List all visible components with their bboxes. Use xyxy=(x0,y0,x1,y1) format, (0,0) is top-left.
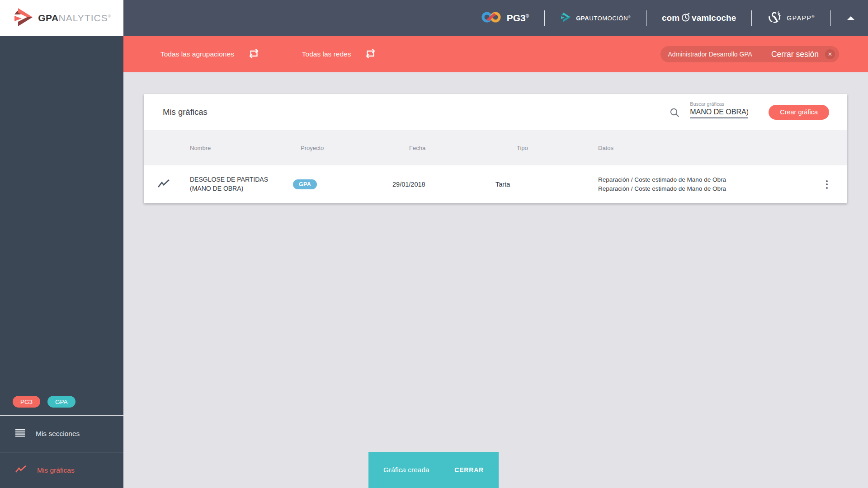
datos-line: Reparación / Coste estimado de Mano de O… xyxy=(598,184,726,193)
search-zone: Buscar gráficas MANO DE OBRA) Crear gráf… xyxy=(670,105,847,120)
table-header-tipo: Tipo xyxy=(495,130,598,165)
gpanalytics-arrow-icon xyxy=(12,7,33,29)
page-title: Mis gráficas xyxy=(163,107,208,117)
table-row[interactable]: DESGLOSE DE PARTIDAS (MANO DE OBRA) GPA … xyxy=(144,165,847,203)
table-header-cell xyxy=(144,130,190,165)
swap-icon[interactable] xyxy=(364,48,377,61)
sidebar-item-label: Mis gráficas xyxy=(37,466,75,474)
table-header-fecha: Fecha xyxy=(392,130,495,165)
filter-redes[interactable]: Todas las redes xyxy=(302,48,377,61)
sidebar-badge-pg3[interactable]: PG3 xyxy=(13,396,40,408)
row-type-cell xyxy=(144,165,190,203)
row-menu-icon[interactable] xyxy=(819,177,835,192)
topbar-divider xyxy=(751,10,752,26)
sidebar-item-mis-secciones[interactable]: Mis secciones xyxy=(0,416,123,452)
table-header-proyecto: Proyecto xyxy=(293,130,392,165)
pg3-infinity-icon xyxy=(481,11,502,25)
table-header-actions xyxy=(807,130,847,165)
gpautomocion-arrow-icon xyxy=(560,12,571,24)
chart-line-icon xyxy=(15,465,26,475)
swap-icon[interactable] xyxy=(248,48,260,61)
topbar-logo-gpapp[interactable]: GPAPP® xyxy=(767,10,815,26)
row-actions xyxy=(807,165,847,203)
clock-icon xyxy=(681,13,690,24)
card-header: Mis gráficas Buscar gráficas MANO DE OBR… xyxy=(144,94,847,130)
sidebar-item-label: Mis secciones xyxy=(36,430,80,438)
create-chart-button[interactable]: Crear gráfica xyxy=(769,105,829,120)
sidebar-item-mis-graficas[interactable]: Mis gráficas xyxy=(0,452,123,488)
logout-button[interactable]: Cerrar sesión xyxy=(771,50,819,59)
search-input[interactable]: MANO DE OBRA) xyxy=(690,108,748,118)
topbar-logo-gpautomocion[interactable]: GPAUTOMOCIÓN® xyxy=(560,12,631,24)
row-fecha: 29/01/2018 xyxy=(392,165,495,203)
search-field-label: Buscar gráficas xyxy=(690,101,748,107)
sidebar: PG3 GPA Mis secciones xyxy=(0,36,123,488)
menu-lines-icon xyxy=(15,429,25,439)
brand-logo[interactable]: GPANALYTICS® xyxy=(0,0,123,36)
table-header: Nombre Proyecto Fecha Tipo Datos xyxy=(144,130,847,165)
row-nombre: DESGLOSE DE PARTIDAS (MANO DE OBRA) xyxy=(190,165,293,203)
topbar-divider xyxy=(646,10,646,26)
filter-agrupaciones-label: Todas las agrupaciones xyxy=(160,50,234,58)
table-header-datos: Datos xyxy=(598,130,807,165)
sidebar-bottom: PG3 GPA Mis secciones xyxy=(0,388,123,488)
snackbar-message: Gráfica creada xyxy=(383,466,429,474)
wrench-circle-icon xyxy=(767,10,782,26)
filter-redes-label: Todas las redes xyxy=(302,50,351,58)
gpautomocion-label: GPAUTOMOCIÓN® xyxy=(576,15,631,22)
brand-wordmark: GPANALYTICS® xyxy=(38,13,111,23)
search-icon[interactable] xyxy=(670,108,680,120)
gpapp-label: GPAPP® xyxy=(787,14,815,22)
filter-bar: Todas las agrupaciones Todas las redes xyxy=(123,36,868,72)
datos-line: Reparación / Coste estimado de Mano de O… xyxy=(598,175,726,184)
user-session-pill: Administrador Desarrollo GPA Cerrar sesi… xyxy=(660,46,839,62)
pg3-label: PG3® xyxy=(507,13,529,23)
snackbar: Gráfica creada CERRAR xyxy=(368,452,499,488)
topbar-divider xyxy=(830,10,831,26)
search-input-value: MANO DE OBRA) xyxy=(690,108,748,116)
chart-line-icon xyxy=(158,179,170,190)
search-field: Buscar gráficas MANO DE OBRA) xyxy=(690,101,748,118)
comprovamicoche-prefix: com xyxy=(662,13,679,23)
sidebar-badges: PG3 GPA xyxy=(0,388,123,415)
close-session-icon[interactable]: ✕ xyxy=(825,49,835,59)
sidebar-badge-gpa[interactable]: GPA xyxy=(47,396,75,408)
snackbar-close-button[interactable]: CERRAR xyxy=(454,466,484,474)
graficas-card: Mis gráficas Buscar gráficas MANO DE OBR… xyxy=(144,94,847,203)
table-header-nombre: Nombre xyxy=(190,130,293,165)
filter-agrupaciones[interactable]: Todas las agrupaciones xyxy=(160,48,260,61)
row-proyecto: GPA xyxy=(293,165,392,203)
user-name-label: Administrador Desarrollo GPA xyxy=(668,51,752,58)
collapse-caret-icon[interactable] xyxy=(847,16,854,20)
topbar-divider xyxy=(544,10,545,26)
app-root: GPANALYTICS® PG3® xyxy=(0,0,868,488)
row-datos: Reparación / Coste estimado de Mano de O… xyxy=(598,165,807,203)
row-tipo: Tarta xyxy=(495,165,598,203)
topbar: PG3® GPAUTOMOCIÓN® com xyxy=(123,0,868,36)
main-content: Mis gráficas Buscar gráficas MANO DE OBR… xyxy=(123,72,868,488)
project-badge: GPA xyxy=(293,179,317,189)
comprovamicoche-suffix: vamicoche xyxy=(692,13,736,23)
topbar-logo-pg3[interactable]: PG3® xyxy=(481,11,529,25)
topbar-logo-comprovamicoche[interactable]: com vamicoche xyxy=(662,13,736,24)
